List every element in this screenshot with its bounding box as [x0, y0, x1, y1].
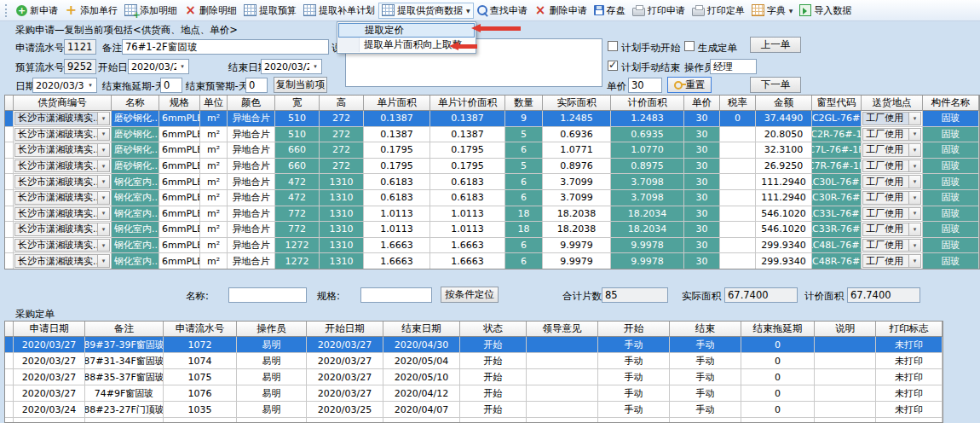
- delivery-combo-cell[interactable]: 工厂使用▾: [862, 174, 923, 190]
- toolbar-button-delete-request[interactable]: ×删除申请: [531, 3, 591, 19]
- generate-order-checkbox[interactable]: [684, 41, 695, 51]
- column-header-qty[interactable]: 数量: [505, 96, 543, 111]
- table-row[interactable]: 2020/03/2789#37-39F窗固玻1072易明2020/03/2720…: [5, 337, 943, 353]
- column-header-unit-price[interactable]: 单价: [684, 96, 720, 111]
- supplier-combo-cell[interactable]: 长沙市潇湘玻璃实..▾: [14, 206, 112, 223]
- toolbar-button-save[interactable]: 存盘: [591, 3, 629, 19]
- row-selector[interactable]: [5, 337, 14, 353]
- column-header-name[interactable]: 名称: [112, 96, 159, 111]
- toolbar-button-print-request[interactable]: 打印申请: [629, 3, 689, 19]
- operator-field[interactable]: 经理: [710, 59, 757, 74]
- filter-spec-input[interactable]: [360, 287, 432, 303]
- delivery-combo-cell[interactable]: 工厂使用▾: [862, 159, 923, 175]
- table-row-empty[interactable]: [5, 418, 943, 423]
- toolbar-button-print-order[interactable]: 打印定单: [689, 3, 748, 19]
- next-order-button[interactable]: 下一单: [750, 77, 801, 93]
- supplier-combo-cell[interactable]: 长沙市潇湘玻璃实..▾: [14, 142, 112, 159]
- row-selector[interactable]: [5, 159, 14, 175]
- toolbar-button-add-row[interactable]: +添加单行: [61, 3, 121, 19]
- table-row[interactable]: 长沙市潇湘玻璃实..▾钢化室内..6mmPLE..m²异地合片47213100.…: [5, 190, 979, 206]
- remark-field[interactable]: 76#1-2F窗固玻: [122, 39, 329, 55]
- column-header-operator[interactable]: 操作员: [237, 322, 307, 337]
- supplier-combo-cell[interactable]: 长沙市潇湘玻璃实..▾: [14, 253, 112, 269]
- delivery-combo-cell[interactable]: 工厂使用▾: [862, 127, 923, 143]
- column-header-end[interactable]: 结束: [670, 322, 741, 337]
- supplier-combo-cell[interactable]: 长沙市潇湘玻璃实..▾: [14, 174, 112, 190]
- row-selector[interactable]: [5, 253, 14, 269]
- delivery-combo-cell[interactable]: 工厂使用▾: [862, 111, 923, 127]
- toolbar-button-extract-supplement-plan[interactable]: 提取补单计划: [300, 3, 378, 19]
- column-header-start[interactable]: 开始: [598, 322, 670, 337]
- table-row[interactable]: 长沙市潇湘玻璃实..▾磨砂钢化..6mmPLE..m²异地合片5102720.1…: [5, 127, 979, 143]
- copy-current-button[interactable]: 复制当前项: [274, 77, 327, 93]
- column-header-leader-opinion[interactable]: 领导意见: [527, 322, 598, 337]
- toolbar-button-dictionary[interactable]: 字典▼: [748, 3, 797, 19]
- manual-start-checkbox[interactable]: [608, 41, 618, 51]
- table-row[interactable]: 长沙市潇湘玻璃实..▾钢化室内..6mmPLE..m²异地合片77213101.…: [5, 206, 979, 223]
- toolbar-button-delete-detail[interactable]: ×删除明细: [181, 3, 240, 19]
- toolbar-button-new-request[interactable]: +新申请: [13, 3, 61, 19]
- column-header-width[interactable]: 宽: [275, 96, 320, 111]
- delivery-combo-cell[interactable]: 工厂使用▾: [862, 238, 923, 254]
- column-header-status[interactable]: 状态: [460, 322, 527, 337]
- delivery-combo-cell[interactable]: 工厂使用▾: [862, 142, 923, 159]
- column-header-serial[interactable]: 申请流水号: [164, 322, 237, 337]
- table-row[interactable]: 长沙市潇湘玻璃实..▾磨砂钢化..6mmPLE..m²异地合片6602720.1…: [5, 142, 979, 159]
- toolbar-button-import-data[interactable]: 导入数据: [796, 3, 855, 19]
- column-header-remark[interactable]: 备注: [85, 322, 164, 337]
- table-row[interactable]: 2020/03/2488#23-27F门顶玻1035易明2020/03/2520…: [5, 402, 943, 418]
- row-selector[interactable]: [5, 190, 14, 206]
- row-selector[interactable]: [5, 111, 14, 127]
- row-selector[interactable]: [5, 385, 14, 402]
- column-header-unit[interactable]: 单位: [200, 96, 228, 111]
- unit-price-field[interactable]: 30: [628, 78, 662, 93]
- toolbar-button-add-detail[interactable]: +添加明细: [121, 3, 181, 19]
- table-row[interactable]: 长沙市潇湘玻璃实..▾磨砂钢化..6mmPLE..m²异地合片5102720.1…: [5, 111, 979, 127]
- start-date-select[interactable]: 2020/03/21 ▾: [128, 59, 189, 74]
- column-header-window-code[interactable]: 窗型代码: [812, 96, 862, 111]
- date-select[interactable]: 2020/03/31 ▾: [32, 78, 97, 93]
- row-selector[interactable]: [5, 353, 14, 369]
- toolbar-button-find-request[interactable]: 查找申请: [474, 3, 531, 19]
- row-selector[interactable]: [5, 418, 14, 423]
- column-header-tax-rate[interactable]: 税率: [720, 96, 756, 111]
- row-selector[interactable]: [5, 238, 14, 254]
- column-header-end-delay[interactable]: 结束拖延期: [741, 322, 815, 337]
- supplier-combo-cell[interactable]: 长沙市潇湘玻璃实..▾: [14, 238, 112, 254]
- manual-end-checkbox[interactable]: [608, 61, 618, 71]
- column-header-print-flag[interactable]: 打印标志: [876, 322, 943, 337]
- row-selector[interactable]: [5, 369, 14, 385]
- row-selector[interactable]: [5, 127, 14, 143]
- row-selector[interactable]: [5, 174, 14, 190]
- filter-name-input[interactable]: [228, 287, 307, 303]
- column-header-note[interactable]: 说明: [815, 322, 876, 337]
- table-row[interactable]: 长沙市潇湘玻璃实..▾磨砂钢化..6mmPLE..m²异地合片6602720.1…: [5, 159, 979, 175]
- locate-by-condition-button[interactable]: 按条件定位: [441, 287, 499, 303]
- reset-button[interactable]: 重置: [667, 77, 712, 93]
- column-header-piece-priced-area[interactable]: 单片计价面积: [430, 96, 505, 111]
- column-header-priced-area[interactable]: 计价面积: [611, 96, 684, 111]
- table-row[interactable]: 长沙市潇湘玻璃实..▾钢化室内..6mmPLE..m²异地合片77213101.…: [5, 222, 979, 238]
- warn-field[interactable]: 0: [245, 78, 268, 93]
- delivery-combo-cell[interactable]: 工厂使用▾: [862, 206, 923, 223]
- column-header-component[interactable]: 构件名称: [923, 96, 979, 111]
- delivery-combo-cell[interactable]: 工厂使用▾: [862, 190, 923, 206]
- budget-field[interactable]: 9252: [64, 59, 96, 74]
- delivery-combo-cell[interactable]: 工厂使用▾: [862, 222, 923, 238]
- prev-order-button[interactable]: 上一单: [750, 37, 801, 53]
- column-header-end-date[interactable]: 结束日期: [383, 322, 460, 337]
- table-row[interactable]: 2020/03/2788#35-37F窗固玻1075易明2020/03/2720…: [5, 369, 943, 385]
- supplier-combo-cell[interactable]: 长沙市潇湘玻璃实..▾: [14, 190, 112, 206]
- column-header-actual-area[interactable]: 实际面积: [543, 96, 611, 111]
- supplier-combo-cell[interactable]: 长沙市潇湘玻璃实..▾: [14, 222, 112, 238]
- table-row[interactable]: 长沙市潇湘玻璃实..▾钢化室内..6mmPLE..m²异地合片127213101…: [5, 253, 979, 269]
- delivery-combo-cell[interactable]: 工厂使用▾: [862, 253, 923, 269]
- column-header-spec[interactable]: 规格: [159, 96, 200, 111]
- column-header-start-date[interactable]: 开始日期: [307, 322, 383, 337]
- column-header-piece-area[interactable]: 单片面积: [364, 96, 430, 111]
- row-selector[interactable]: [5, 222, 14, 238]
- column-header-height[interactable]: 高: [320, 96, 364, 111]
- supplier-combo-cell[interactable]: 长沙市潇湘玻璃实..▾: [14, 111, 112, 127]
- column-header-amount[interactable]: 金额: [756, 96, 812, 111]
- column-header-delivery[interactable]: 送货地点: [862, 96, 923, 111]
